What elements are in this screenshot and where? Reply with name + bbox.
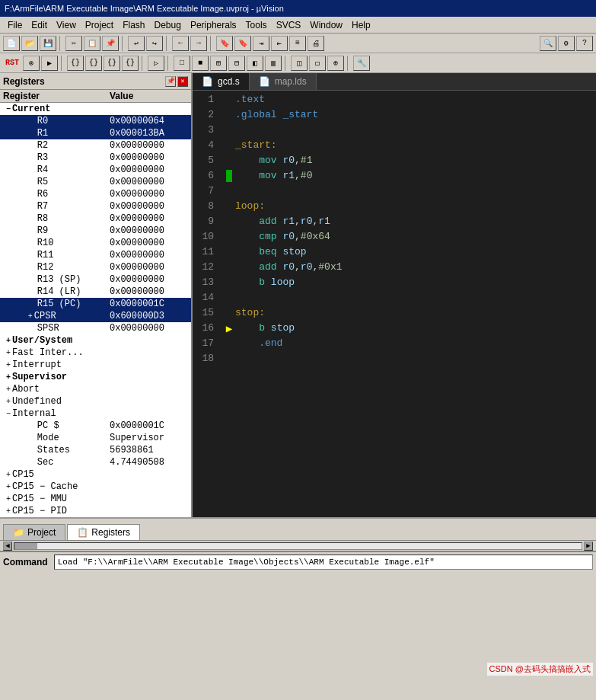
reg-row[interactable]: Mode Supervisor [0,432,191,444]
disp7-btn[interactable]: ◫ [291,56,308,71]
tab-map.lds[interactable]: 📄map.lds [250,73,317,90]
code-content[interactable]: 1.text2.global _start34_start:5 mov r0,#… [193,91,596,517]
settings-btn[interactable]: ⚙ [558,36,575,51]
reg-row[interactable]: +CPSR 0x600000D3 [0,310,191,322]
copy-btn[interactable]: 📋 [84,36,100,51]
menu-item-tools[interactable]: Tools [241,18,272,32]
reg-row[interactable]: R7 0x00000000 [0,200,191,213]
reg-row[interactable]: +CP15 − PID [0,505,191,517]
align-btn[interactable]: ≡ [289,36,306,51]
reg-row[interactable]: R3 0x00000000 [0,152,191,164]
registers-header: Registers 📌 ✕ [0,73,191,90]
scroll-left-btn[interactable]: ◀ [3,542,12,551]
reg-row[interactable]: R15 (PC) 0x0000001C [0,298,191,310]
reg-row[interactable]: R9 0x00000000 [0,225,191,237]
bottom-tab-icon: 📋 [77,527,88,538]
new-btn[interactable]: 📄 [3,36,20,51]
menu-item-flash[interactable]: Flash [118,18,149,32]
reg-row[interactable]: R11 0x00000000 [0,249,191,261]
disp2-btn[interactable]: ■ [192,56,209,71]
debug-btn[interactable]: ▷ [148,56,164,71]
reg-row[interactable]: −Current [0,103,191,115]
reg-name: R8 [3,213,110,224]
bookmark-btn[interactable]: 🔖 [216,36,233,51]
disp9-btn[interactable]: ⊕ [327,56,344,71]
menu-item-edit[interactable]: Edit [27,18,52,32]
reg-row[interactable]: +CP15 − MMU [0,493,191,505]
reg-row[interactable]: +Undefined [0,395,191,408]
reg-row[interactable]: R2 0x00000000 [0,139,191,152]
reg-row[interactable]: +CP15 [0,468,191,481]
step4-btn[interactable]: {} [122,56,139,71]
reg-row[interactable]: +User/System [0,334,191,347]
run-btn[interactable]: ▶ [41,56,58,71]
reg-row[interactable]: R8 0x00000000 [0,213,191,225]
nav-back-btn[interactable]: ← [172,36,189,51]
reg-row[interactable]: R5 0x00000000 [0,176,191,188]
scroll-right-btn[interactable]: ▶ [584,542,593,551]
reg-row[interactable]: +Interrupt [0,359,191,371]
disp8-btn[interactable]: ◻ [309,56,326,71]
search-btn[interactable]: 🔍 [540,36,556,51]
reg-row[interactable]: R10 0x00000000 [0,237,191,249]
reg-row[interactable]: R14 (LR) 0x00000000 [0,286,191,298]
bookmark2-btn[interactable]: 🔖 [234,36,251,51]
disp6-btn[interactable]: ▥ [265,56,282,71]
open-btn[interactable]: 📂 [21,36,38,51]
nav-fwd-btn[interactable]: → [190,36,207,51]
step-btn[interactable]: {} [67,56,84,71]
tools-btn[interactable]: 🔧 [353,56,370,71]
cut-btn[interactable]: ✂ [65,36,82,51]
reg-row[interactable]: PC $ 0x0000001C [0,420,191,432]
step2-btn[interactable]: {} [85,56,102,71]
reg-row[interactable]: SPSR 0x00000000 [0,322,191,334]
reg-row[interactable]: R1 0x000013BA [0,127,191,139]
menu-item-help[interactable]: Help [347,18,375,32]
panel-title: Registers [3,76,45,87]
reg-row[interactable]: States 56938861 [0,444,191,456]
tab-gcd.s[interactable]: 📄gcd.s [193,73,250,90]
bottom-tab-registers[interactable]: 📋Registers [67,524,140,540]
redo-btn[interactable]: ↪ [146,36,163,51]
menu-item-svcs[interactable]: SVCS [272,18,306,32]
menu-item-view[interactable]: View [52,18,81,32]
bottom-tab-project[interactable]: 📁Project [3,524,65,540]
reg-row[interactable]: R4 0x00000000 [0,164,191,176]
menu-item-window[interactable]: Window [305,18,347,32]
reg-table-body[interactable]: −Current R0 0x00000064 R1 0x000013BA R2 … [0,103,191,517]
scroll-thumb[interactable] [14,543,37,549]
reg-row[interactable]: R0 0x00000064 [0,115,191,127]
reg-row[interactable]: +Fast Inter... [0,347,191,359]
reg-row[interactable]: R6 0x00000000 [0,188,191,200]
outdent-btn[interactable]: ⇤ [271,36,288,51]
rst-btn[interactable]: ⊗ [23,56,40,71]
close-panel-btn[interactable]: ✕ [177,76,188,87]
undo-btn[interactable]: ↩ [128,36,145,51]
reg-row[interactable]: +Supervisor [0,371,191,383]
step3-btn[interactable]: {} [104,56,120,71]
reg-row[interactable]: R13 (SP) 0x00000000 [0,273,191,286]
pin-btn[interactable]: 📌 [165,76,176,87]
print-btn[interactable]: 🖨 [308,36,324,51]
menu-item-debug[interactable]: Debug [150,18,186,32]
reg-row[interactable]: +Abort [0,383,191,395]
disp5-btn[interactable]: ◧ [247,56,263,71]
indent-btn[interactable]: ⇥ [253,36,269,51]
scroll-track[interactable] [14,542,582,550]
menu-item-file[interactable]: File [3,18,27,32]
disp3-btn[interactable]: ⊞ [210,56,227,71]
help-btn[interactable]: ? [576,36,593,51]
menu-item-peripherals[interactable]: Peripherals [186,18,241,32]
reg-name: R14 (LR) [3,286,110,297]
reg-row[interactable]: R12 0x00000000 [0,261,191,273]
disp-btn[interactable]: □ [174,56,190,71]
command-input[interactable] [54,555,593,570]
reg-row[interactable]: −Internal [0,408,191,420]
disp4-btn[interactable]: ⊟ [228,56,245,71]
reg-row[interactable]: +CP15 − Cache [0,481,191,493]
menu-item-project[interactable]: Project [81,18,118,32]
paste-btn[interactable]: 📌 [102,36,119,51]
save-btn[interactable]: 💾 [40,36,56,51]
command-bar: Command [0,551,596,572]
reg-row[interactable]: Sec 4.74490508 [0,456,191,468]
